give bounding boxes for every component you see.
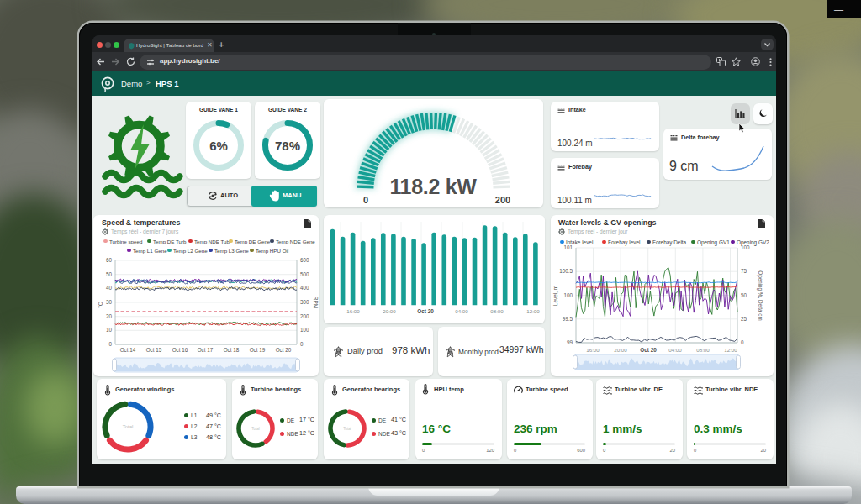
svg-text:50: 50 <box>741 292 747 298</box>
svg-text:Level, m: Level, m <box>552 286 558 306</box>
svg-text:60: 60 <box>106 257 113 263</box>
svg-text:50: 50 <box>106 271 113 277</box>
svg-text:Oct 20: Oct 20 <box>640 347 657 353</box>
svg-text:100: 100 <box>741 244 750 250</box>
svg-text:04:00: 04:00 <box>668 347 682 353</box>
svg-text:04:00: 04:00 <box>455 308 468 314</box>
svg-text:Total: Total <box>251 427 260 431</box>
svg-text:101: 101 <box>563 244 573 250</box>
svg-text:Oct 14: Oct 14 <box>120 347 136 353</box>
svg-text:20:00: 20:00 <box>614 347 627 353</box>
svg-text:75: 75 <box>741 268 747 274</box>
svg-text:118.2 kW: 118.2 kW <box>389 175 477 198</box>
svg-text:40: 40 <box>106 285 113 291</box>
svg-text:20:00: 20:00 <box>383 308 396 314</box>
svg-text:RPM: RPM <box>313 297 319 308</box>
svg-text:Total: Total <box>123 424 134 429</box>
svg-text:12:00: 12:00 <box>526 308 540 314</box>
svg-text:°C: °C <box>98 302 103 308</box>
svg-text:Oct 20: Oct 20 <box>276 347 292 353</box>
svg-text:Oct 19: Oct 19 <box>250 347 266 353</box>
svg-text:6%: 6% <box>209 139 228 153</box>
svg-text:16:00: 16:00 <box>586 347 600 353</box>
svg-text:99.5: 99.5 <box>563 316 573 322</box>
svg-text:Oct 15: Oct 15 <box>146 347 162 353</box>
svg-text:0: 0 <box>741 339 744 345</box>
svg-text:20: 20 <box>106 313 113 319</box>
svg-text:08:00: 08:00 <box>490 308 504 314</box>
svg-text:Oct 18: Oct 18 <box>224 347 240 353</box>
svg-text:200: 200 <box>495 195 510 205</box>
svg-text:0: 0 <box>363 195 368 205</box>
svg-text:400: 400 <box>300 285 309 291</box>
svg-text:100.5: 100.5 <box>559 268 573 274</box>
svg-text:12:00: 12:00 <box>724 347 737 353</box>
svg-text:Oct 20: Oct 20 <box>417 308 434 314</box>
svg-text:Opening %, Delta cm: Opening %, Delta cm <box>757 270 763 321</box>
svg-text:99: 99 <box>567 339 573 345</box>
svg-text:0: 0 <box>300 341 304 347</box>
svg-text:600: 600 <box>300 257 309 263</box>
svg-text:Oct 16: Oct 16 <box>172 347 188 353</box>
svg-text:30: 30 <box>106 299 113 305</box>
svg-text:100: 100 <box>563 292 573 298</box>
svg-text:0: 0 <box>108 341 112 347</box>
svg-text:Total: Total <box>343 427 351 431</box>
svg-text:25: 25 <box>741 316 747 322</box>
svg-text:Oct 17: Oct 17 <box>198 347 214 353</box>
svg-text:78%: 78% <box>275 139 300 153</box>
svg-text:10: 10 <box>106 327 113 333</box>
svg-text:100: 100 <box>300 327 309 333</box>
svg-text:16:00: 16:00 <box>346 308 360 314</box>
svg-text:08:00: 08:00 <box>696 347 710 353</box>
svg-text:200: 200 <box>300 313 309 319</box>
svg-text:500: 500 <box>300 271 309 277</box>
svg-text:300: 300 <box>300 299 309 305</box>
